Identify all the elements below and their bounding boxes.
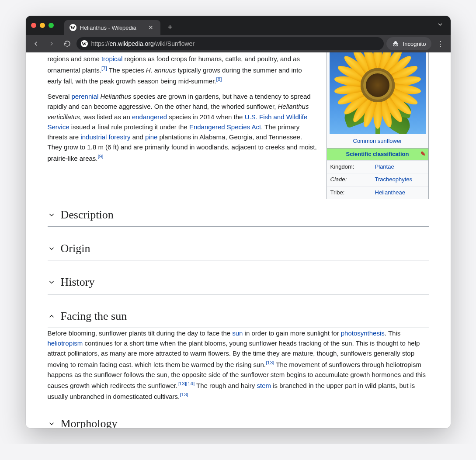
reference-14[interactable]: [14] (186, 380, 195, 386)
taxonomy-label: Clade: (327, 173, 372, 186)
article-content: Common sunflower Scientific classificati… (26, 52, 451, 428)
wikilink-stem[interactable]: stem (257, 382, 271, 389)
wikilink-tropical[interactable]: tropical (101, 55, 122, 62)
taxonomy-label: Tribe: (327, 186, 372, 199)
chevron-down-icon (48, 420, 56, 428)
incognito-label: Incognito (403, 41, 426, 47)
section-header-facing-the-sun[interactable]: Facing the sun (48, 306, 429, 328)
edit-taxonomy-icon[interactable]: ✎ (420, 149, 426, 159)
reload-button[interactable] (61, 37, 74, 50)
wikilink-endangered[interactable]: endangered (132, 113, 167, 121)
wikipedia-favicon: W (69, 24, 76, 31)
chevron-down-icon (48, 245, 56, 252)
reference-13[interactable]: [13] (266, 360, 274, 365)
scientific-classification-link[interactable]: Scientific classification (346, 151, 409, 157)
incognito-badge[interactable]: Incognito (386, 37, 431, 50)
reference-13[interactable]: [13] (177, 380, 186, 386)
section-title: History (61, 273, 95, 291)
infobox-image[interactable] (330, 52, 426, 134)
reference-7[interactable]: [7] (101, 65, 107, 71)
section-header-history[interactable]: History (48, 272, 429, 294)
taxonomy-table: Kingdom: Plantae Clade: Tracheophytes Tr… (327, 160, 428, 198)
incognito-icon (392, 40, 400, 48)
section-header-morphology[interactable]: Morphology (48, 413, 429, 428)
tab-close-button[interactable]: ✕ (146, 24, 155, 31)
wikilink-sun[interactable]: sun (232, 329, 243, 337)
window-controls (31, 23, 54, 28)
section-title: Origin (61, 240, 90, 257)
wikilink-industrial-forestry[interactable]: industrial forestry (80, 133, 130, 141)
infobox-caption: Common sunflower (327, 136, 428, 148)
taxonomy-value-link[interactable]: Heliantheae (375, 189, 405, 196)
reference-8[interactable]: [8] (216, 76, 222, 82)
wikilink-pine[interactable]: pine (145, 133, 157, 141)
taxonomy-row: Clade: Tracheophytes (327, 173, 428, 186)
taxonomy-row: Kingdom: Plantae (327, 161, 428, 173)
browser-menu-button[interactable]: ⋮ (434, 37, 447, 50)
reference-13[interactable]: [13] (180, 391, 188, 397)
taxonomy-label: Kingdom: (327, 161, 372, 173)
wikilink-perennial[interactable]: perennial (72, 93, 99, 100)
svg-point-1 (396, 45, 398, 46)
section-title: Facing the sun (61, 308, 127, 325)
svg-point-0 (393, 45, 395, 46)
illustration-disc (361, 68, 395, 102)
tab-title: Helianthus - Wikipedia (80, 24, 136, 31)
site-identity-icon[interactable]: W (81, 40, 88, 47)
facing-the-sun-paragraph: Before blooming, sunflower plants tilt d… (48, 328, 429, 402)
page-viewport: Common sunflower Scientific classificati… (26, 52, 451, 428)
taxonomy-value-link[interactable]: Tracheophytes (375, 176, 413, 183)
section-title: Description (61, 206, 114, 224)
chevron-down-icon (48, 278, 56, 286)
browser-toolbar: W https://en.wikipedia.org/wiki/Sunflowe… (26, 35, 451, 52)
back-button[interactable] (29, 37, 42, 50)
tabs-dropdown-button[interactable] (437, 21, 444, 30)
browser-window: W Helianthus - Wikipedia ✕ ＋ W https://e… (26, 16, 451, 428)
wikilink-esa[interactable]: Endangered Species Act (189, 123, 261, 131)
wikilink-heliotropism[interactable]: heliotropism (48, 339, 83, 347)
titlebar: W Helianthus - Wikipedia ✕ ＋ (26, 16, 451, 35)
new-tab-button[interactable]: ＋ (164, 21, 176, 33)
section-header-description[interactable]: Description (48, 204, 429, 227)
section-header-origin[interactable]: Origin (48, 238, 429, 260)
window-zoom-button[interactable] (49, 23, 54, 28)
section-title: Morphology (61, 415, 118, 428)
forward-button[interactable] (45, 37, 58, 50)
url-text: https://en.wikipedia.org/wiki/Sunflower (91, 40, 195, 47)
infobox: Common sunflower Scientific classificati… (327, 52, 429, 199)
infobox-scientific-header: Scientific classification ✎ (327, 148, 428, 160)
browser-tab[interactable]: W Helianthus - Wikipedia ✕ (64, 20, 160, 35)
taxonomy-row: Tribe: Heliantheae (327, 186, 428, 199)
reference-9[interactable]: [9] (98, 153, 104, 159)
window-close-button[interactable] (31, 23, 36, 28)
wikilink-photosynthesis[interactable]: photosynthesis (341, 329, 385, 337)
taxonomy-value-link[interactable]: Plantae (375, 163, 394, 170)
chevron-up-icon (48, 312, 56, 320)
infobox-caption-link[interactable]: Common sunflower (353, 138, 402, 144)
chevron-down-icon (48, 211, 56, 219)
address-bar[interactable]: W https://en.wikipedia.org/wiki/Sunflowe… (76, 37, 384, 50)
window-minimize-button[interactable] (40, 23, 45, 28)
